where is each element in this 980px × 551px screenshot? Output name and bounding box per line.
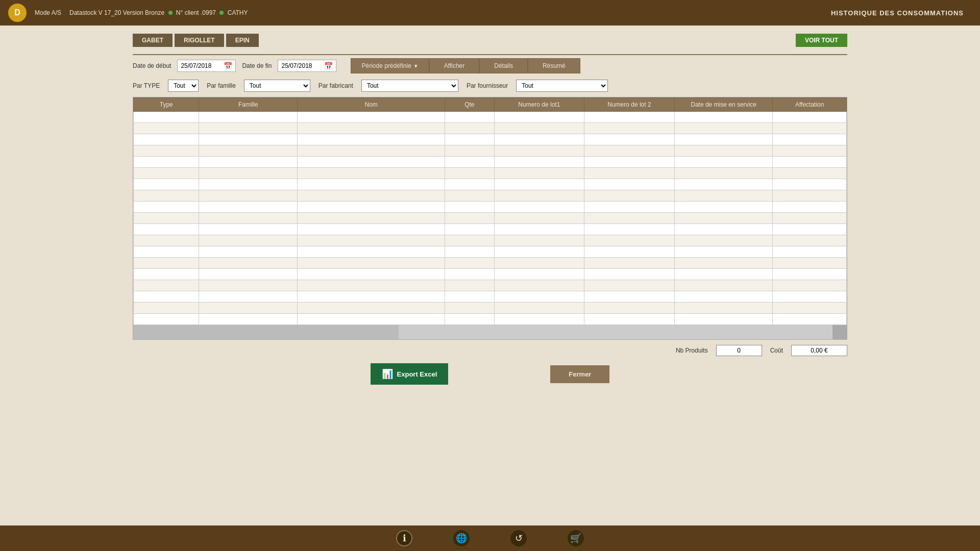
afficher-button[interactable]: Afficher bbox=[429, 58, 479, 73]
table-cell bbox=[445, 202, 494, 213]
summary-row: Nb Produits Coût bbox=[133, 345, 847, 356]
table-row[interactable] bbox=[134, 202, 847, 213]
table-row[interactable] bbox=[134, 213, 847, 224]
table-cell bbox=[773, 168, 847, 179]
table-cell bbox=[199, 303, 298, 314]
epin-button[interactable]: EPIN bbox=[226, 34, 259, 47]
refresh-icon[interactable]: ↺ bbox=[510, 530, 527, 546]
table-cell bbox=[445, 134, 494, 145]
par-fabricant-select[interactable]: Tout bbox=[361, 80, 458, 92]
table-cell bbox=[199, 190, 298, 202]
table-cell bbox=[298, 314, 445, 325]
table-row[interactable] bbox=[134, 157, 847, 168]
table-cell bbox=[773, 314, 847, 325]
table-row[interactable] bbox=[134, 179, 847, 190]
table-cell bbox=[134, 303, 199, 314]
table-cell bbox=[199, 134, 298, 145]
col-affectation: Affectation bbox=[773, 98, 847, 112]
table-cell bbox=[494, 112, 584, 123]
table-row[interactable] bbox=[134, 224, 847, 235]
table-cell bbox=[674, 280, 773, 291]
gabet-button[interactable]: GABET bbox=[133, 34, 173, 47]
table-cell bbox=[199, 145, 298, 157]
table-cell bbox=[445, 280, 494, 291]
table-row[interactable] bbox=[134, 314, 847, 325]
table-cell bbox=[494, 280, 584, 291]
table-row[interactable] bbox=[134, 246, 847, 258]
table-cell bbox=[584, 123, 675, 134]
table-row[interactable] bbox=[134, 280, 847, 291]
end-date-input[interactable] bbox=[281, 62, 322, 69]
app-info: Datastock V 17_20 Version Bronze N° clie… bbox=[69, 9, 823, 16]
table-scrollbar[interactable] bbox=[133, 325, 847, 339]
table-row[interactable] bbox=[134, 303, 847, 314]
scrollbar-thumb[interactable] bbox=[133, 325, 399, 339]
start-date-label: Date de début bbox=[133, 62, 171, 69]
periode-predifinie-button[interactable]: Période prédéfinie ▼ bbox=[351, 58, 429, 73]
table-cell bbox=[674, 123, 773, 134]
table-row[interactable] bbox=[134, 145, 847, 157]
rigollet-button[interactable]: RIGOLLET bbox=[175, 34, 224, 47]
par-type-label: Par TYPE bbox=[133, 82, 160, 89]
table-cell bbox=[494, 123, 584, 134]
table-cell bbox=[298, 280, 445, 291]
table-cell bbox=[199, 269, 298, 280]
table-row[interactable] bbox=[134, 190, 847, 202]
page-title: HISTORIQUE DES CONSOMMATIONS bbox=[831, 9, 964, 17]
export-excel-button[interactable]: 📊 Export Excel bbox=[371, 363, 449, 385]
data-table-wrap: Type Famille Nom Qte Numero de lot1 Nume… bbox=[133, 97, 847, 340]
scrollbar-right-btn[interactable] bbox=[832, 325, 847, 339]
table-cell bbox=[773, 246, 847, 258]
table-cell bbox=[445, 179, 494, 190]
table-cell bbox=[773, 179, 847, 190]
table-cell bbox=[298, 224, 445, 235]
table-row[interactable] bbox=[134, 235, 847, 246]
separator bbox=[133, 54, 847, 55]
table-row[interactable] bbox=[134, 112, 847, 123]
table-row[interactable] bbox=[134, 269, 847, 280]
info-icon[interactable]: ℹ bbox=[396, 530, 412, 546]
end-date-calendar-icon[interactable]: 📅 bbox=[324, 62, 333, 70]
table-row[interactable] bbox=[134, 291, 847, 303]
bottom-actions: 📊 Export Excel Fermer bbox=[133, 363, 847, 385]
table-cell bbox=[134, 157, 199, 168]
par-famille-select[interactable]: Tout bbox=[244, 80, 310, 92]
resume-button[interactable]: Résumé bbox=[528, 58, 580, 73]
table-cell bbox=[298, 291, 445, 303]
table-row[interactable] bbox=[134, 168, 847, 179]
table-cell bbox=[494, 314, 584, 325]
table-cell bbox=[584, 314, 675, 325]
globe-icon[interactable]: 🌐 bbox=[453, 530, 470, 546]
table-cell bbox=[199, 213, 298, 224]
settings-icon[interactable]: 🛒 bbox=[568, 530, 584, 546]
table-row[interactable] bbox=[134, 123, 847, 134]
table-cell bbox=[199, 168, 298, 179]
par-fournisseur-select[interactable]: Tout bbox=[516, 80, 608, 92]
table-row[interactable] bbox=[134, 258, 847, 269]
table-cell bbox=[298, 134, 445, 145]
data-table: Type Famille Nom Qte Numero de lot1 Nume… bbox=[133, 97, 847, 325]
table-cell bbox=[674, 168, 773, 179]
table-cell bbox=[674, 246, 773, 258]
table-cell bbox=[199, 123, 298, 134]
details-button[interactable]: Détails bbox=[479, 58, 528, 73]
table-cell bbox=[445, 157, 494, 168]
table-cell bbox=[674, 112, 773, 123]
table-cell bbox=[134, 202, 199, 213]
table-row[interactable] bbox=[134, 134, 847, 145]
par-type-select[interactable]: Tout bbox=[168, 80, 199, 92]
voir-tout-button[interactable]: VOIR TOUT bbox=[796, 34, 847, 47]
table-cell bbox=[445, 190, 494, 202]
par-famille-label: Par famille bbox=[207, 82, 236, 89]
par-fournisseur-label: Par fournisseur bbox=[467, 82, 508, 89]
table-cell bbox=[494, 291, 584, 303]
start-date-input[interactable] bbox=[181, 62, 222, 69]
table-cell bbox=[773, 258, 847, 269]
fermer-button[interactable]: Fermer bbox=[550, 365, 609, 383]
table-cell bbox=[134, 112, 199, 123]
start-date-input-wrap: 📅 bbox=[177, 60, 236, 72]
table-cell bbox=[134, 168, 199, 179]
table-cell bbox=[298, 112, 445, 123]
status-dot bbox=[168, 11, 173, 15]
start-date-calendar-icon[interactable]: 📅 bbox=[224, 62, 232, 70]
